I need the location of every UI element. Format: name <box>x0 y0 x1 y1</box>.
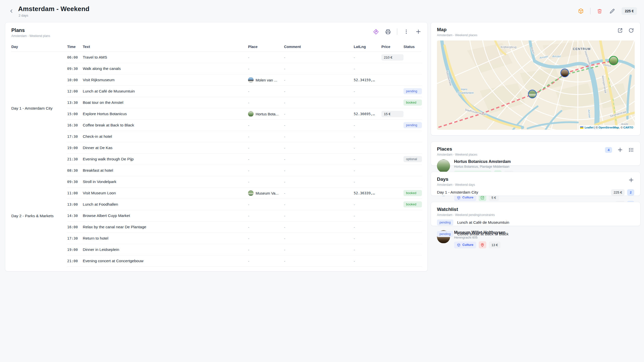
toolbar-divider <box>590 8 590 14</box>
plan-row[interactable]: 08:30Breakfast at hotel--- <box>67 165 422 176</box>
plan-row[interactable]: 16:30Coffee break at Back to Black---pen… <box>67 120 422 131</box>
plan-row[interactable]: 17:30Check-in at hotel--- <box>67 131 422 142</box>
plan-place-empty: - <box>248 101 249 105</box>
place-pinned-badge <box>479 241 486 248</box>
export-plans-button[interactable] <box>373 29 379 35</box>
plan-row[interactable]: 11:00Visit Museum LoonMuseum Va...-52.36… <box>67 188 422 199</box>
kebab-menu-icon <box>404 29 409 34</box>
plan-comment: - <box>284 89 354 94</box>
map-marker-museum-van-loon[interactable] <box>528 90 536 98</box>
plan-latlng: - <box>354 168 381 173</box>
plan-row[interactable]: 13:30Boat tour on the Amstel---booked <box>67 97 422 108</box>
plan-place: - <box>248 157 284 161</box>
edit-trip-button[interactable] <box>609 8 616 14</box>
package-icon <box>578 8 584 14</box>
plan-place-empty: - <box>248 214 249 218</box>
pencil-icon <box>610 9 615 14</box>
plan-row[interactable]: 09:30Walk along the canals--- <box>67 63 422 74</box>
days-title: Days <box>437 176 475 182</box>
plan-row[interactable]: 17:30Return to hotel--- <box>67 233 422 244</box>
plan-row[interactable]: 12:00Lunch at Café de Museumtuin---pendi… <box>67 86 422 97</box>
plan-time: 16:30 <box>67 123 83 127</box>
plans-more-button[interactable] <box>403 29 409 35</box>
attribution-link[interactable]: OpenStreetMap <box>599 126 619 129</box>
attribution-text: , © <box>619 126 623 129</box>
printer-icon <box>385 29 391 35</box>
chevron-left-icon <box>9 8 14 14</box>
plan-time: 17:30 <box>67 134 83 139</box>
day-count-badge: 2 <box>627 189 634 196</box>
place-category-badge: Culture <box>454 242 476 248</box>
map-refresh-button[interactable] <box>628 27 634 33</box>
category-cube-icon <box>457 243 461 247</box>
plan-row[interactable]: 19:00Dinner in Leidseplein--- <box>67 244 422 255</box>
watchlist-panel: Watchlist Amsterdam - Weekend pending/co… <box>431 202 640 226</box>
plus-icon <box>617 147 623 153</box>
plan-comment: - <box>284 259 354 263</box>
plan-row[interactable]: 21:00Evening concert at Concertgebouw--- <box>67 255 422 267</box>
plan-row[interactable]: 21:30Evening walk through De Pijp---opti… <box>67 154 422 165</box>
package-button[interactable] <box>578 8 584 14</box>
plan-row[interactable]: 15:00Explore Hortus BotanicusHortus Bota… <box>67 108 422 120</box>
plan-text: Visit Rijksmuseum <box>83 78 248 82</box>
plan-comment: - <box>284 67 354 71</box>
plan-comment: - <box>284 214 354 218</box>
day-item[interactable]: Day 1 - Amsterdam City225 €2 <box>437 187 634 198</box>
plan-place-empty: - <box>248 134 249 139</box>
add-day-button[interactable] <box>628 177 634 183</box>
plan-latlng: - <box>354 146 381 150</box>
plan-text: Explore Hortus Botanicus <box>83 112 248 116</box>
print-plans-button[interactable] <box>385 29 391 35</box>
plan-latlng: - <box>354 180 381 184</box>
plan-comment: - <box>284 157 354 161</box>
plan-latlng: - <box>354 55 381 60</box>
plan-comment: - <box>284 191 354 195</box>
delete-trip-button[interactable] <box>596 8 603 14</box>
plan-comment: - <box>284 55 354 60</box>
plan-comment: - <box>284 146 354 150</box>
plan-comment: - <box>284 112 354 116</box>
places-list-view-button[interactable] <box>628 147 634 153</box>
map-panel: Map Amsterdam - Weekend places <box>431 22 640 135</box>
plan-price: 210 € <box>381 54 404 61</box>
plan-status: pending <box>404 122 422 128</box>
map-canvas[interactable]: KrijtbergbrugRokinAmstelAmstelCENTRUMWat… <box>437 40 635 130</box>
plan-row[interactable]: 10:00Visit RijksmuseumMolen van ...-52.3… <box>67 74 422 86</box>
plan-row[interactable]: 16:00Relax by the canal near De Plantage… <box>67 221 422 233</box>
status-badge: booked <box>404 100 422 106</box>
plan-row[interactable]: 09:30Stroll in Vondelpark--- <box>67 176 422 188</box>
back-button[interactable] <box>7 7 16 15</box>
plan-comment: - <box>284 123 354 127</box>
plan-time: 11:00 <box>67 191 83 195</box>
plans-title: Plans <box>11 27 50 33</box>
watchlist-item[interactable]: pendingLunch at Café de Museumtuin <box>437 217 634 228</box>
plan-row[interactable]: 14:30Browse Albert Cuyp Market--- <box>67 210 422 221</box>
add-plan-button[interactable] <box>415 29 421 35</box>
plan-latlng: - <box>354 101 381 105</box>
plan-day-group: Day 1 - Amsterdam City06:00Travel to AMS… <box>11 52 421 165</box>
attribution-link[interactable]: CARTO <box>623 126 633 129</box>
plan-time: 09:30 <box>67 67 83 71</box>
map-marker-museum-willet-holthuysen[interactable] <box>561 69 569 77</box>
map-marker-hortus-botanicus[interactable] <box>609 56 618 65</box>
plan-row[interactable]: 19:00Dinner at De Kas--- <box>67 142 422 154</box>
plan-place-empty: - <box>248 55 249 60</box>
plan-comment: - <box>284 202 354 207</box>
category-label: Culture <box>462 243 473 247</box>
days-panel: Days Amsterdam - Weekend days Day 1 - Am… <box>431 172 640 196</box>
attribution-link[interactable]: Leaflet <box>585 126 593 129</box>
add-place-button[interactable] <box>617 147 623 153</box>
plan-row[interactable]: 13:00Lunch at Foodhallen---booked <box>67 199 422 210</box>
plan-status: pending <box>404 88 422 94</box>
plan-row[interactable]: 06:00Travel to AMS---210 € <box>67 52 422 63</box>
place-name: Hortus Botanicus Amsterdam <box>454 159 513 164</box>
plan-time: 21:00 <box>67 259 83 263</box>
watchlist-item[interactable]: pendingCoffee break at Back to Black <box>437 228 634 240</box>
plan-time: 13:00 <box>67 202 83 206</box>
plus-icon <box>415 29 421 35</box>
plan-text: Check-in at hotel <box>83 134 248 139</box>
status-badge: pending <box>404 122 422 128</box>
plan-text: Browse Albert Cuyp Market <box>83 213 248 218</box>
watchlist-title: Watchlist <box>437 207 495 212</box>
map-fullscreen-button[interactable] <box>617 27 623 33</box>
